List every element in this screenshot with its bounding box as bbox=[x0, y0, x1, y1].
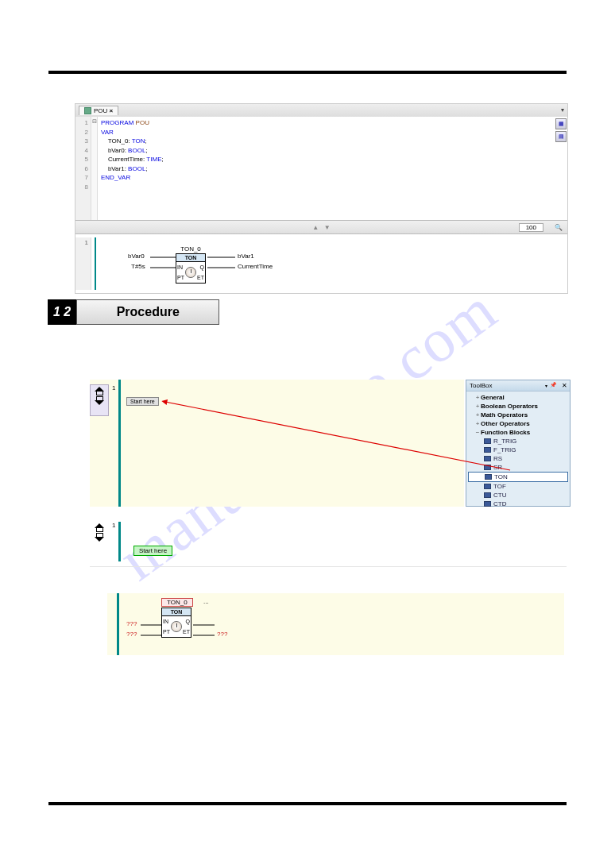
pou-tab-icon bbox=[84, 107, 91, 114]
fb-icon bbox=[484, 492, 491, 498]
ton-name-picker-icon[interactable]: ... bbox=[203, 598, 209, 605]
editor-tab-pou[interactable]: POU × bbox=[79, 106, 118, 115]
procedure-number: 1 2 bbox=[48, 299, 76, 325]
fbd-wires bbox=[128, 237, 311, 285]
input-pt-var[interactable]: T#5s bbox=[131, 263, 145, 270]
fb-icon bbox=[484, 438, 491, 444]
side-icon-2[interactable]: ▤ bbox=[555, 131, 567, 142]
toolbox-close-icon[interactable]: ✕ bbox=[562, 382, 567, 389]
page-top-rule bbox=[48, 71, 567, 74]
ton-instance-name[interactable]: TON_0 bbox=[176, 245, 206, 253]
toolbox-title-bar[interactable]: ToolBox ▾ 📌 ✕ bbox=[466, 380, 570, 392]
network-number: 1 bbox=[112, 384, 115, 392]
toolbox-item-ctd[interactable]: CTD bbox=[468, 500, 568, 508]
port-in-3: IN bbox=[163, 619, 168, 624]
port-q: Q bbox=[200, 264, 204, 270]
toolbox-item-ftrig[interactable]: F_TRIG bbox=[468, 446, 568, 454]
clock-icon bbox=[185, 267, 196, 278]
ton-type-header: TON bbox=[176, 254, 205, 262]
network-rail-2 bbox=[118, 522, 121, 561]
port-in: IN bbox=[177, 264, 183, 270]
code-area[interactable]: 12345678 ⊟ PROGRAM POU VAR TON_0: TON; b… bbox=[75, 117, 567, 220]
output-et-placeholder[interactable]: ??? bbox=[217, 631, 227, 638]
fb-icon bbox=[484, 447, 491, 453]
fbd-canvas-step2[interactable]: 1 Start here bbox=[90, 522, 567, 565]
fb-icon bbox=[484, 456, 491, 461]
port-et-3: ET bbox=[183, 629, 190, 635]
line-number-gutter: 12345678 bbox=[75, 117, 91, 220]
page-bottom-rule bbox=[48, 802, 567, 805]
port-q-3: Q bbox=[186, 619, 190, 624]
input-pt-placeholder[interactable]: ??? bbox=[126, 631, 137, 638]
start-here-placeholder[interactable]: Start here bbox=[126, 397, 159, 406]
toolbox-pin-icon[interactable]: 📌 bbox=[550, 382, 557, 388]
tab-close-icon[interactable]: × bbox=[110, 107, 114, 114]
output-q-var[interactable]: bVar1 bbox=[238, 253, 254, 260]
editor-tab-bar: POU × ▾ bbox=[75, 104, 567, 117]
fb-icon bbox=[484, 501, 491, 507]
move-up-icon[interactable] bbox=[93, 523, 106, 531]
status-bar: ▲ ▼ 100 🔍 bbox=[75, 220, 567, 233]
move-up-icon[interactable] bbox=[93, 387, 106, 395]
toolbox-item-rs[interactable]: RS bbox=[468, 454, 568, 463]
input-in-var[interactable]: bVar0 bbox=[128, 253, 145, 260]
zoom-value[interactable]: 100 bbox=[519, 223, 543, 232]
procedure-label: Procedure bbox=[76, 299, 219, 325]
toolbox-group-math[interactable]: +Math Operators bbox=[468, 411, 568, 419]
side-icon-1[interactable]: ▦ bbox=[555, 118, 567, 129]
start-here-active[interactable]: Start here bbox=[133, 546, 172, 556]
fold-gutter[interactable]: ⊟ bbox=[91, 117, 98, 220]
move-down-icon[interactable] bbox=[93, 396, 106, 404]
toolbox-group-fb[interactable]: −Function Blocks bbox=[468, 428, 568, 437]
code-text[interactable]: PROGRAM POU VAR TON_0: TON; bVar0: BOOL;… bbox=[98, 117, 553, 220]
network-number-2: 1 bbox=[112, 522, 115, 529]
fb-icon bbox=[484, 465, 491, 470]
ton-block[interactable]: TON_0 TON IN PT Q ET bbox=[176, 245, 206, 284]
splitter-handle-icon[interactable]: ▲ ▼ bbox=[312, 224, 331, 231]
output-et-var[interactable]: CurrentTime bbox=[238, 263, 273, 270]
code-editor-window: POU × ▾ 12345678 ⊟ PROGRAM POU VAR TON_0… bbox=[75, 103, 568, 294]
toolbox-item-ton[interactable]: TON bbox=[468, 472, 568, 482]
fbd-drop-canvas[interactable]: 1 Start here bbox=[90, 380, 464, 507]
network-rail bbox=[118, 380, 121, 507]
fb-icon bbox=[484, 484, 491, 489]
port-pt: PT bbox=[177, 275, 184, 280]
network-order-gutter bbox=[90, 384, 109, 416]
network-order-gutter-2 bbox=[90, 522, 109, 561]
zoom-search-icon[interactable]: 🔍 bbox=[555, 224, 563, 231]
toolbox-item-sr[interactable]: SR bbox=[468, 463, 568, 472]
port-et: ET bbox=[197, 275, 204, 280]
fbd-gutter: 1 bbox=[75, 237, 91, 290]
toolbox-group-boolean[interactable]: +Boolean Operators bbox=[468, 402, 568, 411]
toolbox-item-tof[interactable]: TOF bbox=[468, 482, 568, 491]
fb-icon bbox=[485, 474, 492, 480]
toolbox-tree[interactable]: +General +Boolean Operators +Math Operat… bbox=[466, 392, 570, 510]
clock-icon bbox=[171, 621, 182, 632]
toolbox-panel: ToolBox ▾ 📌 ✕ +General +Boolean Operator… bbox=[466, 380, 571, 507]
inserted-ton-block[interactable]: TON_0 ... TON IN PT Q ET bbox=[161, 598, 193, 638]
tab-dropdown-icon[interactable]: ▾ bbox=[561, 106, 564, 114]
side-icon-column: ▦ ▤ bbox=[555, 118, 567, 144]
section-divider bbox=[90, 566, 567, 567]
toolbox-item-ctu[interactable]: CTU bbox=[468, 491, 568, 500]
procedure-header: 1 2 Procedure bbox=[48, 299, 219, 325]
toolbox-group-other[interactable]: +Other Operators bbox=[468, 419, 568, 428]
ton-type-header-3: TON bbox=[162, 608, 191, 616]
toolbox-menu-icon[interactable]: ▾ bbox=[545, 383, 547, 388]
toolbox-item-rtrig[interactable]: R_TRIG bbox=[468, 437, 568, 446]
fbd-canvas-step3[interactable]: ??? ??? ??? TON_0 ... TON IN PT Q ET bbox=[107, 593, 564, 655]
fbd-network-area[interactable]: 1 bVar0 T#5s bVar1 CurrentTime TON_0 TON… bbox=[75, 233, 567, 293]
move-down-icon[interactable] bbox=[93, 533, 106, 541]
port-pt-3: PT bbox=[163, 629, 170, 635]
fbd-power-rail bbox=[95, 237, 96, 290]
ton-name-editor[interactable]: TON_0 bbox=[161, 598, 193, 607]
toolbox-group-general[interactable]: +General bbox=[468, 393, 568, 402]
input-in-placeholder[interactable]: ??? bbox=[126, 620, 137, 627]
